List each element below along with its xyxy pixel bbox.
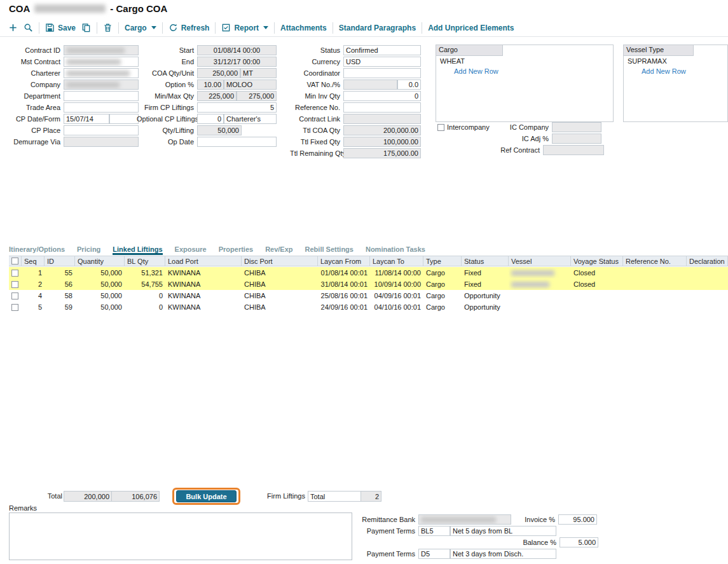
bulk-update-button[interactable]: Bulk Update — [176, 490, 237, 502]
optional-cp-liftings-field[interactable]: 0 — [197, 114, 224, 124]
coordinator-field[interactable] — [343, 68, 421, 78]
row-checkbox[interactable] — [11, 270, 18, 277]
reference-no-field[interactable] — [343, 102, 421, 113]
firm-liftings-mode-field[interactable]: Total — [308, 491, 361, 502]
refresh-button[interactable]: Refresh — [168, 23, 210, 32]
balance-pct-label: Balance % — [343, 539, 560, 546]
lifting-row[interactable]: 2 56 50,000 54,755 KWINANA CHIBA 31/08/1… — [9, 279, 728, 290]
vat-pct-field[interactable]: 0.0 — [397, 79, 421, 90]
col-header-seq[interactable]: Seq — [22, 256, 45, 266]
cell-id: 56 — [45, 279, 75, 290]
row-checkbox[interactable] — [11, 292, 18, 299]
cell-seq: 4 — [22, 290, 45, 301]
cell-bl-qty: 0 — [125, 301, 165, 313]
cp-place-field[interactable] — [64, 125, 139, 135]
ic-company-label: IC Company — [496, 123, 552, 131]
status-field[interactable]: Confirmed — [343, 45, 421, 55]
vessel-type-item[interactable]: SUPRAMAX — [624, 56, 727, 66]
vessel-add-new-row-link[interactable]: Add New Row — [624, 66, 727, 76]
firm-cp-liftings-field[interactable]: 5 — [197, 102, 277, 113]
col-header-disc-port[interactable]: Disc Port — [242, 256, 318, 266]
cell-laycan-from: 24/09/16 00:01 — [318, 301, 370, 313]
demurrage-via-label: Demurrage Via — [5, 138, 64, 146]
col-header-laycan-from[interactable]: Laycan From — [318, 256, 370, 266]
trade-area-label: Trade Area — [5, 104, 64, 111]
tab-linked-liftings[interactable]: Linked Liftings — [113, 245, 162, 255]
cargo-add-new-row-link[interactable]: Add New Row — [436, 66, 613, 76]
lifting-row[interactable]: 5 59 50,000 0 KWINANA CHIBA 24/09/16 00:… — [9, 301, 728, 313]
search-button[interactable] — [24, 23, 33, 32]
tab-exposure[interactable]: Exposure — [175, 245, 207, 255]
payment-terms-label: Payment Terms — [343, 550, 418, 558]
optional-cp-type-field[interactable]: Charterer's — [224, 114, 277, 124]
col-header-declaration[interactable]: Declaration — [687, 256, 728, 266]
lifting-row[interactable]: 4 58 50,000 0 KWINANA CHIBA 25/08/16 00:… — [9, 290, 728, 301]
currency-field[interactable]: USD — [343, 57, 421, 67]
balance-pct-field[interactable]: 5.000 — [560, 537, 598, 547]
department-field[interactable] — [64, 91, 139, 101]
new-button[interactable] — [8, 23, 18, 32]
cargo-item[interactable]: WHEAT — [436, 56, 613, 66]
total-bl-qty-field: 106,076 — [111, 491, 160, 502]
redacted-value — [511, 282, 549, 287]
payment-terms-code-field[interactable]: BL5 — [418, 526, 450, 536]
col-header-laycan-to[interactable]: Laycan To — [370, 256, 423, 266]
ic-adj-row: IC Adj % — [496, 134, 601, 144]
cell-load-port: KWINANA — [165, 290, 242, 301]
cell-status: Opportunity — [462, 290, 509, 301]
ref-contract-label: Ref Contract — [483, 146, 543, 154]
copy-button[interactable] — [81, 23, 91, 32]
contract-link-label: Contract Link — [290, 115, 343, 123]
tab-nomination-tasks[interactable]: Nomination Tasks — [366, 245, 425, 255]
contract-link-field — [343, 114, 421, 124]
standard-paragraphs-button[interactable]: Standard Paragraphs — [339, 24, 416, 32]
tab-bar: Itinerary/Options Pricing Linked Lifting… — [9, 242, 425, 255]
col-header-reference-no[interactable]: Reference No. — [623, 256, 687, 266]
ttl-remaining-qty-field: 175,000.00 — [343, 148, 421, 158]
charterer-field[interactable] — [64, 68, 139, 78]
cp-date-field[interactable]: 15/07/14 — [64, 114, 109, 124]
add-unpriced-elements-button[interactable]: Add Unpriced Elements — [428, 24, 514, 32]
save-button[interactable]: Save — [45, 23, 76, 32]
min-inv-qty-field[interactable]: 0 — [343, 91, 421, 101]
ic-adj-pct-field — [552, 134, 601, 144]
toolbar-separator — [162, 22, 163, 34]
trade-area-field[interactable] — [64, 102, 139, 113]
col-header-vessel[interactable]: Vessel — [509, 256, 571, 266]
report-menu-button[interactable]: Report — [221, 23, 268, 32]
firm-liftings-label: Firm Liftings — [258, 492, 305, 500]
row-checkbox[interactable] — [11, 281, 18, 288]
invoice-pct-field[interactable]: 95.000 — [558, 514, 597, 525]
payment-terms-code-field[interactable]: D5 — [418, 549, 450, 559]
cell-reference-no — [623, 290, 687, 301]
tab-rebill-settings[interactable]: Rebill Settings — [305, 245, 354, 255]
cell-declaration — [687, 290, 728, 301]
tab-rev-exp[interactable]: Rev/Exp — [265, 245, 292, 255]
col-header-id[interactable]: ID — [45, 256, 75, 266]
op-date-field[interactable] — [197, 137, 277, 147]
select-all-checkbox[interactable] — [11, 258, 18, 265]
delete-button[interactable] — [103, 23, 113, 32]
mst-contract-field[interactable] — [64, 57, 139, 67]
col-header-bl-qty[interactable]: BL Qty — [125, 256, 165, 266]
attachments-button[interactable]: Attachments — [280, 24, 327, 32]
row-checkbox[interactable] — [11, 304, 18, 311]
intercompany-checkbox[interactable] — [437, 124, 444, 131]
cell-status: Opportunity — [462, 301, 509, 313]
lifting-row[interactable]: 1 55 50,000 51,321 KWINANA CHIBA 01/08/1… — [9, 267, 728, 279]
tab-properties[interactable]: Properties — [219, 245, 253, 255]
col-header-load-port[interactable]: Load Port — [165, 256, 242, 266]
cp-form-field[interactable] — [109, 114, 139, 124]
tab-itinerary-options[interactable]: Itinerary/Options — [9, 245, 65, 255]
remarks-textarea[interactable] — [9, 512, 352, 560]
cell-type: Cargo — [423, 290, 462, 301]
col-header-voyage-status[interactable]: Voyage Status — [571, 256, 623, 266]
col-header-quantity[interactable]: Quantity — [75, 256, 125, 266]
col-header-status[interactable]: Status — [462, 256, 509, 266]
cell-quantity: 50,000 — [75, 301, 125, 313]
cell-declaration — [687, 279, 728, 290]
cargo-menu-button[interactable]: Cargo — [125, 24, 156, 32]
vat-no-pct-label: VAT No./% — [290, 81, 343, 88]
col-header-type[interactable]: Type — [423, 256, 462, 266]
tab-pricing[interactable]: Pricing — [77, 245, 100, 255]
